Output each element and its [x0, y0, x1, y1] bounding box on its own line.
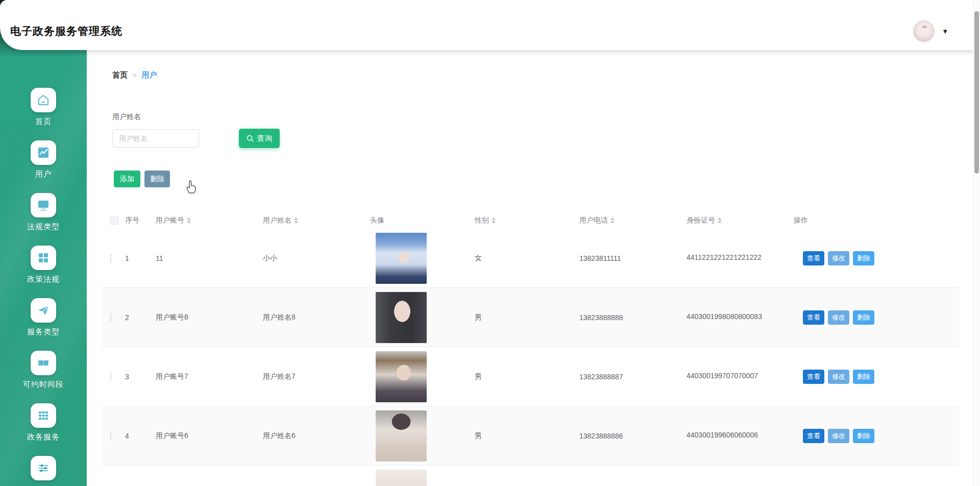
- edit-button[interactable]: 修改: [828, 310, 849, 325]
- add-button[interactable]: 添加: [114, 171, 140, 187]
- column-header-phone: 用户电话: [579, 216, 687, 225]
- cell-idnumber: 440300199707070007: [687, 372, 794, 381]
- sidebar-item-home[interactable]: 首页: [0, 88, 87, 140]
- user-avatar[interactable]: [913, 20, 935, 42]
- table-row: 2 用户账号8 用户姓名8 男 13823888888 440300199808…: [102, 288, 960, 347]
- sidebar-item-users[interactable]: 用户: [0, 140, 87, 193]
- sort-icon[interactable]: [187, 217, 191, 224]
- sidebar-item-regulation-type[interactable]: 法规类型: [0, 193, 87, 246]
- cell-account: 用户账号8: [156, 313, 263, 322]
- sidebar-item-policy-regulations[interactable]: 政策法规: [0, 246, 87, 298]
- cell-gender: 男: [475, 431, 579, 441]
- cell-idnumber: 440300199606060006: [687, 431, 794, 441]
- remove-button[interactable]: 删除: [853, 310, 874, 325]
- edit-button[interactable]: 修改: [828, 251, 849, 265]
- avatar: [376, 351, 427, 402]
- cell-no: 1: [125, 254, 156, 262]
- sidebar-item-label: 政务服务: [27, 432, 60, 442]
- search-label: 用户姓名: [112, 112, 141, 121]
- table-header-row: 序号 用户账号 用户姓名 头像 性别 用户电话 身份证号 操作: [102, 212, 960, 229]
- main-content: 首页 ≡ 用户 用户姓名 查询 添加 删除 序号 用户账号 用户姓名 头像 性别…: [87, 50, 973, 486]
- cell-gender: 男: [475, 372, 579, 381]
- column-header-idnumber: 身份证号: [687, 216, 794, 225]
- remove-button[interactable]: 删除: [853, 251, 874, 265]
- sliders-icon: [31, 456, 56, 480]
- breadcrumb-separator-icon: ≡: [133, 71, 137, 79]
- table-row: 3 用户账号7 用户姓名7 男 13823888887 440300199707…: [102, 347, 960, 406]
- scrollbar[interactable]: [973, 0, 980, 486]
- breadcrumb-current[interactable]: 用户: [142, 70, 157, 80]
- sidebar-item-service-type[interactable]: 服务类型: [0, 298, 87, 351]
- cell-no: 3: [125, 373, 156, 381]
- cell-idnumber: 4403001998080800083: [687, 312, 794, 322]
- scrollbar-thumb[interactable]: [974, 11, 979, 174]
- search-input[interactable]: [112, 129, 199, 148]
- app-title: 电子政务服务管理系统: [10, 24, 122, 38]
- cell-account: 用户账号6: [156, 431, 263, 441]
- cell-name: 小小: [263, 254, 370, 263]
- users-table: 序号 用户账号 用户姓名 头像 性别 用户电话 身份证号 操作 1 11 小小 …: [102, 212, 960, 486]
- chart-image-icon: [31, 140, 56, 165]
- sidebar-nav: 首页 用户 法规类型 政策法规: [0, 88, 87, 486]
- mouse-cursor-icon: [184, 179, 197, 194]
- cell-no: 2: [125, 313, 156, 322]
- remove-button[interactable]: 删除: [853, 370, 874, 384]
- sidebar-item-bookable-timeslot[interactable]: 可约时间段: [0, 351, 87, 403]
- select-all-checkbox[interactable]: [110, 216, 118, 225]
- row-checkbox[interactable]: [110, 254, 111, 263]
- column-header-name: 用户姓名: [263, 216, 370, 225]
- column-header-actions: 操作: [794, 216, 960, 225]
- sidebar-item-label: 可约时间段: [23, 380, 64, 390]
- cell-account: 用户账号7: [156, 372, 263, 381]
- avatar: [376, 233, 427, 284]
- sort-icon[interactable]: [492, 217, 496, 224]
- row-checkbox[interactable]: [110, 313, 111, 322]
- topbar-user-area: ▼: [913, 20, 948, 42]
- cell-phone: 13823888887: [579, 373, 687, 381]
- avatar: [376, 410, 427, 461]
- topbar: 电子政务服务管理系统 ▼: [0, 0, 980, 50]
- edit-button[interactable]: 修改: [828, 370, 849, 384]
- breadcrumb: 首页 ≡ 用户: [112, 70, 157, 80]
- remove-button[interactable]: 删除: [853, 429, 874, 443]
- paper-plane-icon: [31, 298, 56, 323]
- row-checkbox[interactable]: [110, 431, 111, 441]
- table-row: 4 用户账号6 用户姓名6 男 13823888886 440300199606…: [102, 406, 960, 466]
- sidebar-item-more[interactable]: [0, 456, 87, 486]
- monitor-icon: [31, 193, 56, 217]
- search-icon: [247, 135, 254, 142]
- row-checkbox[interactable]: [110, 372, 111, 381]
- sidebar-item-government-services[interactable]: 政务服务: [0, 403, 87, 456]
- cell-phone: 13823811111: [579, 254, 687, 262]
- sort-icon[interactable]: [718, 217, 722, 224]
- cell-phone: 13823888888: [579, 313, 687, 322]
- cell-name: 用户姓名6: [263, 431, 370, 441]
- column-header-avatar: 头像: [370, 216, 475, 225]
- view-button[interactable]: 查看: [803, 251, 824, 265]
- table-row: 1 11 小小 女 13823811111 441122122122122122…: [102, 229, 960, 288]
- document-grid-icon: [31, 246, 56, 270]
- sidebar: 首页 用户 法规类型 政策法规: [0, 0, 87, 486]
- sidebar-item-label: 政策法规: [27, 275, 60, 284]
- view-button[interactable]: 查看: [803, 310, 824, 325]
- cell-name: 用户姓名8: [263, 313, 370, 322]
- cell-no: 4: [125, 432, 156, 440]
- delete-button[interactable]: 删除: [144, 171, 170, 187]
- avatar: [376, 292, 427, 343]
- sort-icon[interactable]: [294, 217, 298, 224]
- grid-icon: [31, 403, 56, 428]
- breadcrumb-home[interactable]: 首页: [112, 70, 128, 80]
- column-header-no: 序号: [125, 216, 156, 225]
- sort-icon[interactable]: [610, 217, 615, 224]
- table-row: [102, 466, 960, 486]
- view-button[interactable]: 查看: [803, 370, 824, 384]
- cell-name: 用户姓名7: [263, 372, 370, 381]
- query-button[interactable]: 查询: [239, 129, 280, 148]
- column-header-account: 用户账号: [156, 216, 263, 225]
- edit-button[interactable]: 修改: [828, 429, 849, 443]
- sidebar-item-label: 用户: [35, 169, 52, 179]
- page: 首页 用户 法规类型 政策法规: [0, 0, 980, 486]
- chevron-down-icon[interactable]: ▼: [942, 28, 948, 35]
- view-button[interactable]: 查看: [803, 429, 824, 443]
- ticket-icon: [31, 351, 56, 375]
